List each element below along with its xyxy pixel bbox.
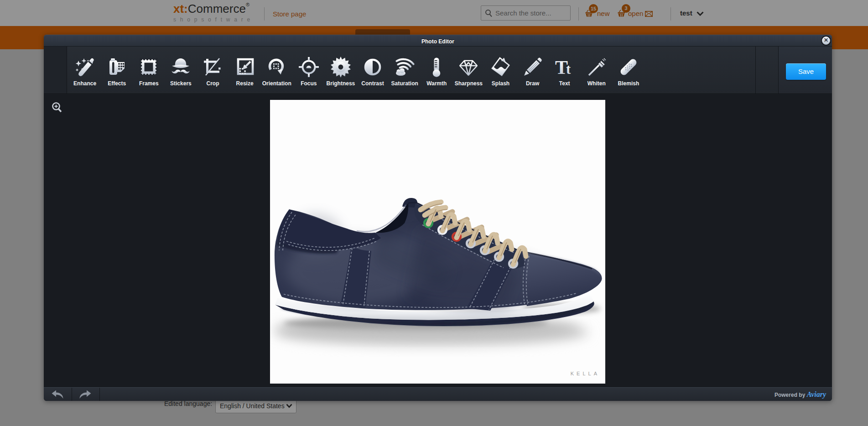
svg-text:t: t: [566, 61, 571, 77]
